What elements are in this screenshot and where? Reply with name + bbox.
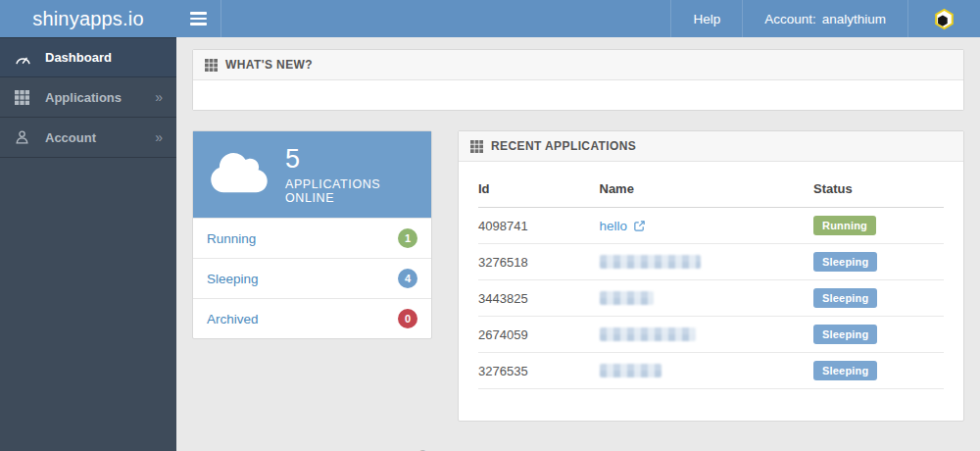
summary-row-archived[interactable]: Archived 0 bbox=[193, 298, 431, 338]
sleeping-link[interactable]: Sleeping bbox=[207, 272, 259, 286]
column-header-name: Name bbox=[600, 175, 814, 208]
brand-logo[interactable]: shinyapps.io bbox=[0, 0, 176, 37]
applications-table: Id Name Status 4098741 hello bbox=[478, 175, 944, 389]
running-link[interactable]: Running bbox=[207, 231, 256, 246]
account-menu[interactable]: Account: analythium bbox=[742, 0, 907, 37]
status-badge: Sleeping bbox=[813, 361, 877, 380]
status-badge: Sleeping bbox=[813, 252, 877, 272]
table-row: 2674059 Sleeping bbox=[478, 317, 944, 353]
status-badge: Sleeping bbox=[813, 288, 877, 308]
table-row: 3276518 Sleeping bbox=[478, 244, 944, 280]
running-count-badge: 1 bbox=[398, 228, 417, 248]
table-row: 3443825 Sleeping bbox=[478, 280, 944, 317]
sleeping-count-badge: 4 bbox=[398, 269, 417, 288]
summary-text: 5 APPLICATIONS ONLINE bbox=[285, 144, 416, 205]
navbar-spacer bbox=[221, 0, 670, 37]
sidebar-item-account[interactable]: Account » bbox=[0, 118, 176, 158]
sidebar-item-applications[interactable]: Applications » bbox=[0, 77, 176, 118]
account-name: analythium bbox=[822, 12, 886, 26]
cloud-icon bbox=[209, 150, 270, 199]
whats-new-panel: WHAT'S NEW? bbox=[192, 49, 964, 111]
applications-online-box: 5 APPLICATIONS ONLINE bbox=[193, 131, 431, 218]
sidebar-item-dashboard[interactable]: Dashboard bbox=[0, 37, 176, 77]
recent-applications-body: Id Name Status 4098741 hello bbox=[459, 162, 963, 421]
redacted-app-name bbox=[600, 364, 662, 377]
sidebar-item-label: Dashboard bbox=[45, 50, 163, 65]
grid-icon bbox=[205, 59, 218, 72]
applications-summary-widget: 5 APPLICATIONS ONLINE Running 1 Sleeping… bbox=[192, 130, 432, 339]
sidebar-item-label: Applications bbox=[45, 90, 155, 105]
analythium-logo bbox=[907, 0, 980, 37]
app-id: 2674059 bbox=[478, 317, 600, 353]
hexagon-logo-icon bbox=[932, 7, 956, 31]
table-row: 4098741 hello bbox=[478, 208, 944, 244]
top-navbar: shinyapps.io Help Account: analythium bbox=[0, 0, 980, 37]
grid-icon bbox=[470, 140, 483, 153]
online-count: 5 bbox=[285, 144, 416, 175]
summary-row-sleeping[interactable]: Sleeping 4 bbox=[193, 258, 431, 298]
panel-title: WHAT'S NEW? bbox=[225, 58, 313, 72]
column-header-status: Status bbox=[813, 175, 944, 208]
redacted-app-name bbox=[600, 327, 696, 341]
grid-icon bbox=[15, 89, 33, 106]
sidebar-item-label: Account bbox=[45, 130, 155, 145]
column-header-id: Id bbox=[478, 175, 600, 208]
recent-applications-header: RECENT APPLICATIONS bbox=[459, 131, 963, 162]
status-badge: Running bbox=[813, 216, 876, 235]
status-badge: Sleeping bbox=[813, 325, 877, 344]
redacted-app-name bbox=[600, 291, 654, 305]
whats-new-header: WHAT'S NEW? bbox=[193, 50, 963, 80]
hamburger-icon bbox=[190, 12, 207, 15]
online-caption: APPLICATIONS ONLINE bbox=[285, 177, 416, 205]
app-id: 3276535 bbox=[478, 353, 600, 389]
table-header-row: Id Name Status bbox=[478, 175, 944, 208]
redacted-app-name bbox=[600, 255, 701, 269]
app-id: 3276518 bbox=[478, 244, 600, 280]
app-id: 4098741 bbox=[478, 208, 600, 244]
external-link-icon bbox=[633, 220, 646, 232]
sidebar: Dashboard Applications » Account » bbox=[0, 37, 176, 451]
archived-count-badge: 0 bbox=[398, 309, 417, 328]
chevron-right-icon: » bbox=[155, 129, 163, 145]
table-row: 3276535 Sleeping bbox=[478, 353, 944, 389]
help-link[interactable]: Help bbox=[670, 0, 742, 37]
user-icon bbox=[15, 129, 33, 146]
app-name-link[interactable]: hello bbox=[600, 219, 647, 233]
chevron-right-icon: » bbox=[155, 89, 163, 105]
main-content: WHAT'S NEW? 5 APPLICATIONS ONLINE Runnin… bbox=[176, 37, 980, 451]
account-label: Account: bbox=[764, 12, 816, 26]
dashboard-gauge-icon bbox=[15, 49, 33, 66]
dashboard-columns: 5 APPLICATIONS ONLINE Running 1 Sleeping… bbox=[192, 130, 964, 422]
archived-link[interactable]: Archived bbox=[207, 312, 259, 326]
recent-applications-panel: RECENT APPLICATIONS Id Name Status 40987… bbox=[458, 130, 964, 422]
whats-new-body bbox=[193, 80, 963, 110]
app-id: 3443825 bbox=[478, 280, 600, 317]
panel-title: RECENT APPLICATIONS bbox=[491, 139, 636, 153]
sidebar-toggle-button[interactable] bbox=[176, 0, 221, 37]
summary-row-running[interactable]: Running 1 bbox=[193, 218, 431, 258]
